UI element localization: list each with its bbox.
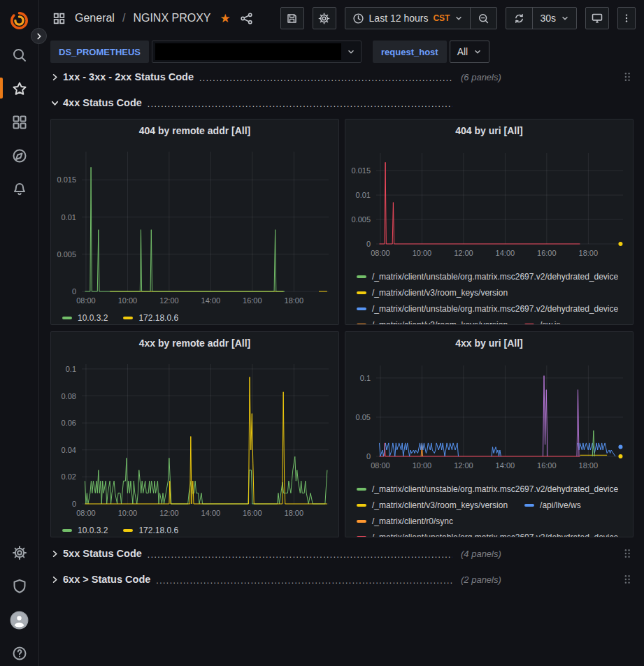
svg-text:18:00: 18:00 <box>285 509 304 517</box>
user-avatar[interactable] <box>8 609 31 630</box>
panel-legend: 10.0.3.2172.18.0.6 <box>51 526 338 535</box>
chevron-down-icon <box>561 14 569 22</box>
svg-text:10:00: 10:00 <box>413 461 432 470</box>
legend-item[interactable]: 172.18.0.6 <box>123 313 178 323</box>
grafana-logo-icon[interactable] <box>8 10 31 31</box>
variable-label-ds-prometheus[interactable]: DS_PROMETHEUS <box>50 41 149 63</box>
help-icon[interactable] <box>8 643 31 664</box>
panel-title[interactable]: 404 by uri [All] <box>345 120 633 140</box>
legend-swatch <box>357 504 366 507</box>
panel-title[interactable]: 4xx by uri [All] <box>345 332 633 353</box>
row-title: 1xx - 3xx - 2xx Status Code <box>63 71 194 82</box>
svg-text:14:00: 14:00 <box>201 509 221 517</box>
zoom-out-time-button[interactable] <box>470 8 496 29</box>
row-drag-handle-icon[interactable] <box>623 574 634 585</box>
row-header-5xx[interactable]: 5xx Status Code ........................… <box>50 544 634 563</box>
row-header-4xx[interactable]: 4xx Status Code ........................… <box>50 93 634 113</box>
legend-item[interactable]: /_matrix/client/r0/sync <box>357 516 453 526</box>
legend-item[interactable]: 10.0.3.2 <box>62 526 108 535</box>
row-drag-handle-icon[interactable] <box>623 71 634 82</box>
legend-row: /_matrix/client/v3/room_keys/version/sw.… <box>357 317 633 325</box>
variable-label-request-host[interactable]: request_host <box>373 41 447 63</box>
svg-text:0.005: 0.005 <box>351 215 371 224</box>
row-panel-count: (6 panels) <box>461 72 501 82</box>
configuration-gear-icon[interactable] <box>8 542 31 563</box>
chart-plot[interactable]: 08:0010:0012:0014:0016:0018:0000.0050.01… <box>51 140 339 307</box>
kebab-menu-button[interactable] <box>617 7 636 29</box>
row-drag-handle-icon[interactable] <box>623 548 634 559</box>
breadcrumb-title[interactable]: NGINX PROXY <box>133 12 210 24</box>
chart-plot[interactable]: 08:0010:0012:0014:0016:0018:0000.050.1 <box>345 353 634 472</box>
legend-label: /_matrix/client/unstable/org.matrix.msc2… <box>372 304 618 314</box>
svg-text:0.06: 0.06 <box>62 419 76 427</box>
legend-swatch <box>357 536 366 538</box>
refresh-interval-picker[interactable]: 30s <box>532 8 576 29</box>
chevron-right-icon <box>50 73 63 82</box>
svg-text:0.015: 0.015 <box>57 175 76 184</box>
svg-text:18:00: 18:00 <box>579 461 599 470</box>
sidebar-expand-button[interactable] <box>31 28 47 44</box>
legend-label: /_matrix/client/v3/room_keys/version <box>372 320 508 326</box>
row-header-6xx[interactable]: 6xx > Status Code ......................… <box>50 570 634 589</box>
variable-value-ds-prometheus[interactable] <box>152 41 362 63</box>
starred-icon[interactable] <box>8 78 31 99</box>
time-picker-group: Last 12 hours CST <box>345 7 498 29</box>
legend-item[interactable]: /sw.js <box>524 320 560 326</box>
panel-chart-area: 08:0010:0012:0014:0016:0018:0000.0050.01… <box>345 140 634 262</box>
panel-404-by-uri: 404 by uri [All] 08:0010:0012:0014:0016:… <box>345 119 634 325</box>
legend-row: /_matrix/client/r0/sync <box>357 513 633 529</box>
legend-item[interactable]: 10.0.3.2 <box>62 313 108 323</box>
legend-item[interactable]: /api/live/ws <box>524 500 581 510</box>
refresh-dashboard-button[interactable] <box>506 8 532 29</box>
legend-swatch <box>357 520 366 523</box>
panel-title[interactable]: 404 by remote addr [All] <box>51 120 338 140</box>
cycle-view-mode-button[interactable] <box>585 7 609 29</box>
alerting-bell-icon[interactable] <box>8 179 31 200</box>
legend-item[interactable]: /_matrix/client/unstable/org.matrix.msc2… <box>357 533 618 538</box>
refresh-interval-value: 30s <box>540 13 556 24</box>
share-icon[interactable] <box>237 8 257 28</box>
svg-text:12:00: 12:00 <box>159 296 179 305</box>
legend-row: /_matrix/client/unstable/org.matrix.msc2… <box>357 268 633 284</box>
legend-item[interactable]: /_matrix/client/v3/room_keys/version <box>357 500 508 510</box>
favorite-star-icon[interactable]: ★ <box>220 11 231 26</box>
chart-plot[interactable]: 08:0010:0012:0014:0016:0018:0000.020.040… <box>51 353 339 519</box>
zoom-out-icon <box>478 13 489 24</box>
server-admin-shield-icon[interactable] <box>8 576 31 597</box>
chart-plot[interactable]: 08:0010:0012:0014:0016:0018:0000.0050.01… <box>345 140 634 259</box>
panel-legend: /_matrix/client/unstable/org.matrix.msc2… <box>345 268 633 325</box>
breadcrumb: General / NGINX PROXY ★ <box>49 8 257 28</box>
legend-item[interactable]: 172.18.0.6 <box>123 526 178 535</box>
apps-grid-icon[interactable] <box>49 8 69 28</box>
dashboards-icon[interactable] <box>8 112 31 133</box>
legend-item[interactable]: /_matrix/client/unstable/org.matrix.msc2… <box>357 304 618 314</box>
legend-item[interactable]: /_matrix/client/v3/room_keys/version <box>357 320 508 326</box>
save-dashboard-button[interactable] <box>280 7 304 29</box>
legend-item[interactable]: /_matrix/client/unstable/org.matrix.msc2… <box>357 484 618 494</box>
legend-item[interactable]: /_matrix/client/v3/room_keys/version <box>357 288 508 298</box>
panel-title[interactable]: 4xx by remote addr [All] <box>51 332 338 353</box>
dashboard-settings-button[interactable] <box>313 7 336 29</box>
legend-item[interactable]: /_matrix/client/unstable/org.matrix.msc2… <box>357 272 618 282</box>
breadcrumb-folder[interactable]: General <box>75 12 115 24</box>
svg-text:18:00: 18:00 <box>579 249 599 257</box>
panel-legend: 10.0.3.2172.18.0.6 <box>51 313 338 323</box>
search-icon[interactable] <box>8 45 31 66</box>
svg-text:12:00: 12:00 <box>454 461 473 470</box>
time-range-picker[interactable]: Last 12 hours CST <box>345 8 471 29</box>
row-header-1xx-3xx-2xx[interactable]: 1xx - 3xx - 2xx Status Code ............… <box>50 67 634 87</box>
legend-label: /_matrix/client/v3/room_keys/version <box>372 500 508 510</box>
explore-compass-icon[interactable] <box>8 145 31 166</box>
refresh-icon <box>513 13 525 24</box>
svg-text:08:00: 08:00 <box>76 296 96 305</box>
row-leader-dots: ........................................… <box>142 96 452 109</box>
svg-text:16:00: 16:00 <box>537 249 557 257</box>
svg-text:0.02: 0.02 <box>62 472 76 481</box>
header-controls: Last 12 hours CST <box>280 7 636 29</box>
legend-label: /_matrix/client/unstable/org.matrix.msc2… <box>372 533 618 538</box>
chevron-down-icon <box>347 48 355 56</box>
variable-selected-value: All <box>457 46 468 57</box>
svg-text:0.1: 0.1 <box>66 365 76 373</box>
legend-row: /_matrix/client/v3/room_keys/version <box>357 284 633 301</box>
variable-value-request-host[interactable]: All <box>450 41 490 63</box>
